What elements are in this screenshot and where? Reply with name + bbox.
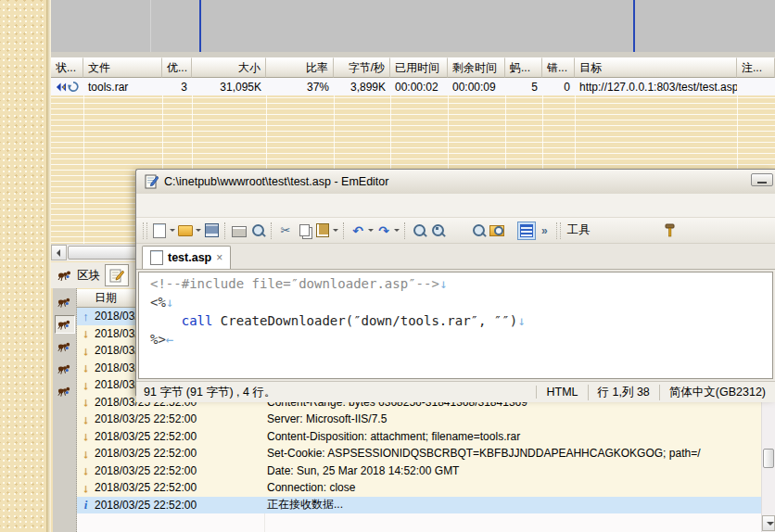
status-syntax-mode[interactable]: HTML <box>536 386 587 399</box>
log-row-date: 2018/03/25 22:52:00 <box>95 481 197 494</box>
col-elapsed[interactable]: 已用时间 <box>390 57 448 78</box>
external-tools-button[interactable] <box>661 222 680 240</box>
col-errors[interactable]: 错... <box>542 57 575 78</box>
block-thread-toolbar <box>53 288 77 532</box>
undo-icon: ↶ <box>352 223 363 238</box>
log-row-message: Date: Sun, 25 Mar 2018 14:52:00 GMT <box>267 464 459 477</box>
code-editor[interactable]: <!--#include file=″downloader.asp″-->↓<%… <box>138 272 773 379</box>
vertical-scroll-thumb[interactable] <box>763 449 774 468</box>
log-row-message: 正在接收数据... <box>267 497 343 513</box>
toolbar-grip[interactable] <box>143 222 147 239</box>
focused-pane-outline <box>199 0 635 54</box>
cell-priority: 3 <box>162 81 192 94</box>
redo-button[interactable]: ↷ <box>375 222 393 240</box>
redo-dropdown[interactable] <box>393 222 400 240</box>
download-table-header: 状... 文件 优... 大小 比率 字节/秒 已用时间 剩余时间 蚂... 错… <box>51 57 775 78</box>
find-in-files-button[interactable] <box>488 222 506 240</box>
col-size[interactable]: 大小 <box>192 57 266 78</box>
col-remaining[interactable]: 剩余时间 <box>448 57 505 78</box>
log-row-message: Content-Disposition: attachment; filenam… <box>267 430 520 443</box>
thread-ant-icon[interactable] <box>55 382 75 400</box>
cell-size: 31,095K <box>192 81 266 94</box>
col-ants[interactable]: 蚂... <box>505 57 542 78</box>
highlight-panel-toggle[interactable] <box>517 222 536 240</box>
open-file-dropdown[interactable] <box>195 222 202 240</box>
log-row-icon: i <box>79 498 93 513</box>
log-row[interactable]: ↓ 2018/03/25 22:52:00 Content-Dispositio… <box>77 428 761 446</box>
emeditor-menubar <box>136 194 775 218</box>
minimize-icon <box>757 182 767 184</box>
tab-label: test.asp <box>168 251 211 264</box>
log-row-date: 2018/03/25 22:52:00 <box>95 430 197 443</box>
download-row-tools-rar[interactable]: tools.rar 3 31,095K 37% 3,899K 00:00:02 … <box>51 78 775 95</box>
col-ratio[interactable]: 比率 <box>266 57 334 78</box>
col-target[interactable]: 目标 <box>575 57 737 78</box>
vertical-scrollbar[interactable] <box>761 396 775 532</box>
thread-ant-icon[interactable] <box>55 337 75 356</box>
find-next-button[interactable] <box>428 222 447 240</box>
find-next-icon <box>432 224 444 236</box>
tab-blocks[interactable]: 区块 <box>77 268 100 284</box>
copy-icon <box>299 224 310 236</box>
cut-button[interactable]: ✂ <box>276 222 295 240</box>
col-comment[interactable]: 注... <box>737 57 775 78</box>
col-status[interactable]: 状... <box>51 57 83 78</box>
copy-button[interactable] <box>295 222 313 240</box>
new-file-icon <box>153 223 166 238</box>
find-icon <box>413 224 426 236</box>
printer-icon <box>232 226 247 237</box>
replace-button[interactable] <box>469 222 488 240</box>
status-cursor-position[interactable]: 行 1,列 38 <box>588 385 659 400</box>
left-texture-strip <box>0 0 51 532</box>
toolbar-overflow-chevron[interactable]: » <box>541 224 548 237</box>
new-file-dropdown[interactable] <box>169 222 176 240</box>
cell-speed: 3,899K <box>334 81 390 94</box>
scroll-left-button[interactable] <box>51 245 67 260</box>
log-row[interactable]: i 2018/03/25 22:52:00 正在接收数据... <box>77 497 761 514</box>
scroll-down-button[interactable] <box>762 515 775 531</box>
pencil-notepad-icon <box>109 268 124 283</box>
log-row-icon: ↓ <box>79 395 93 409</box>
left-arrow-icon <box>57 249 60 257</box>
emeditor-toolbar: ✂ ↶ ↷ » 工具 <box>136 218 775 244</box>
status-encoding[interactable]: 简体中文(GB2312) <box>659 385 775 400</box>
cell-remaining: 00:00:09 <box>448 81 505 94</box>
save-button[interactable] <box>202 222 221 240</box>
tab-log[interactable] <box>105 264 129 286</box>
log-row-message: Server: Microsoft-IIS/7.5 <box>267 412 387 425</box>
tab-test-asp[interactable]: test.asp × <box>142 246 231 269</box>
log-row-message: Set-Cookie: ASPSESSIONIDQSBCRBQT=KBFBJJN… <box>267 447 700 460</box>
status-file-info: 91 字节 (91 字节) , 4 行。 <box>136 385 536 400</box>
log-row[interactable]: ↓ 2018/03/25 22:52:00 Set-Cookie: ASPSES… <box>77 445 761 462</box>
print-preview-button[interactable] <box>248 222 267 240</box>
down-arrow-icon <box>767 522 774 526</box>
save-floppy-icon <box>205 223 219 237</box>
col-speed[interactable]: 字节/秒 <box>334 57 390 78</box>
paste-dropdown[interactable] <box>332 222 339 240</box>
minimize-button[interactable] <box>751 173 773 186</box>
print-button[interactable] <box>230 222 248 240</box>
undo-button[interactable]: ↶ <box>349 222 367 240</box>
find-button[interactable] <box>410 222 428 240</box>
thread-ant-icon-selected[interactable] <box>55 315 75 334</box>
open-file-button[interactable] <box>176 222 195 240</box>
resume-chevrons-icon <box>56 82 67 93</box>
log-row[interactable]: ↓ 2018/03/25 22:52:00 Connection: close <box>77 479 761 497</box>
new-file-button[interactable] <box>150 222 169 240</box>
tab-close-icon[interactable]: × <box>216 251 222 264</box>
emeditor-app-icon <box>144 174 159 189</box>
col-priority[interactable]: 优... <box>162 57 192 78</box>
log-row[interactable]: ↓ 2018/03/25 22:52:00 Date: Sun, 25 Mar … <box>77 462 761 480</box>
paste-button[interactable] <box>313 222 332 240</box>
col-file[interactable]: 文件 <box>83 57 162 78</box>
emeditor-titlebar[interactable]: C:\inetpub\wwwroot\test\test.asp - EmEdi… <box>136 170 775 194</box>
document-icon <box>150 250 163 265</box>
undo-dropdown[interactable] <box>367 222 375 240</box>
thread-ant-icon[interactable] <box>55 293 75 311</box>
open-folder-icon <box>178 225 193 236</box>
log-row[interactable]: ↓ 2018/03/25 22:52:00 Server: Microsoft-… <box>77 411 761 428</box>
log-row-icon: ↑ <box>79 310 93 323</box>
log-row-icon: ↓ <box>79 378 93 392</box>
tools-toolbar-grip[interactable] <box>556 222 561 239</box>
thread-ant-icon[interactable] <box>55 360 75 378</box>
